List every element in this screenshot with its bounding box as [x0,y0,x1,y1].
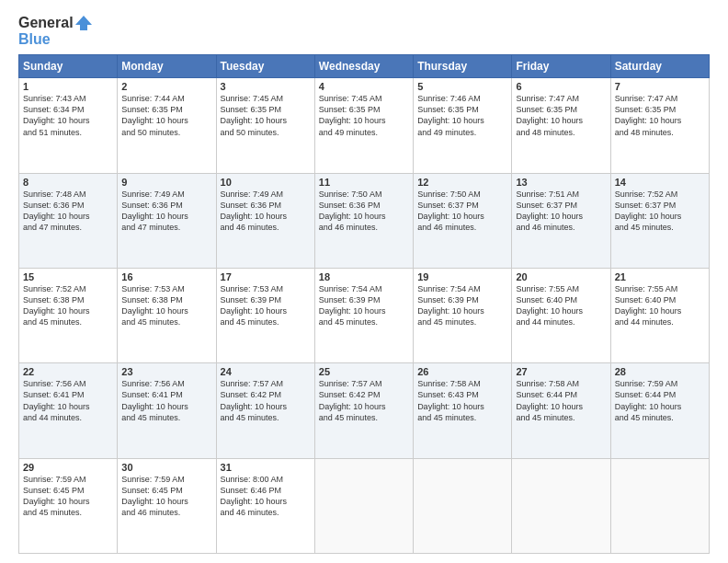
day-info: Sunrise: 7:50 AM Sunset: 6:36 PM Dayligh… [319,189,409,234]
calendar-cell: 31Sunrise: 8:00 AM Sunset: 6:46 PM Dayli… [216,458,314,553]
calendar-cell: 3Sunrise: 7:45 AM Sunset: 6:35 PM Daylig… [216,78,314,173]
calendar-cell: 2Sunrise: 7:44 AM Sunset: 6:35 PM Daylig… [118,78,216,173]
calendar-cell: 1Sunrise: 7:43 AM Sunset: 6:34 PM Daylig… [19,78,118,173]
day-number: 14 [615,177,705,188]
day-info: Sunrise: 8:00 AM Sunset: 6:46 PM Dayligh… [221,474,311,519]
calendar-cell: 15Sunrise: 7:52 AM Sunset: 6:38 PM Dayli… [19,268,118,362]
day-number: 25 [319,366,409,377]
day-info: Sunrise: 7:45 AM Sunset: 6:35 PM Dayligh… [319,93,409,138]
calendar-cell: 24Sunrise: 7:57 AM Sunset: 6:42 PM Dayli… [216,363,314,458]
day-number: 15 [23,271,113,282]
day-info: Sunrise: 7:54 AM Sunset: 6:39 PM Dayligh… [417,283,507,328]
day-number: 26 [417,366,507,377]
calendar-cell: 21Sunrise: 7:55 AM Sunset: 6:40 PM Dayli… [610,268,709,362]
day-number: 9 [121,177,211,188]
dow-header-thursday: Thursday [414,55,512,78]
day-info: Sunrise: 7:57 AM Sunset: 6:42 PM Dayligh… [221,378,311,423]
day-info: Sunrise: 7:55 AM Sunset: 6:40 PM Dayligh… [516,283,606,328]
day-number: 11 [319,177,409,188]
days-of-week-row: SundayMondayTuesdayWednesdayThursdayFrid… [19,55,710,78]
week-row-3: 15Sunrise: 7:52 AM Sunset: 6:38 PM Dayli… [19,268,710,362]
svg-marker-0 [75,16,92,30]
calendar-cell: 8Sunrise: 7:48 AM Sunset: 6:36 PM Daylig… [19,173,118,268]
day-number: 13 [516,177,606,188]
calendar-cell: 23Sunrise: 7:56 AM Sunset: 6:41 PM Dayli… [118,363,216,458]
day-info: Sunrise: 7:55 AM Sunset: 6:40 PM Dayligh… [615,283,705,328]
dow-header-monday: Monday [118,55,216,78]
day-number: 16 [121,271,211,282]
page: General Blue SundayMondayTuesdayWednesda… [0,0,728,563]
calendar-cell: 17Sunrise: 7:53 AM Sunset: 6:39 PM Dayli… [216,268,314,362]
day-number: 27 [516,366,606,377]
day-number: 21 [615,271,705,282]
calendar-table: SundayMondayTuesdayWednesdayThursdayFrid… [18,54,710,554]
week-row-4: 22Sunrise: 7:56 AM Sunset: 6:41 PM Dayli… [19,363,710,458]
calendar-cell: 5Sunrise: 7:46 AM Sunset: 6:35 PM Daylig… [414,78,512,173]
day-info: Sunrise: 7:47 AM Sunset: 6:35 PM Dayligh… [615,93,705,138]
day-number: 28 [615,366,705,377]
calendar-cell: 13Sunrise: 7:51 AM Sunset: 6:37 PM Dayli… [512,173,610,268]
day-number: 8 [23,177,113,188]
calendar-cell: 4Sunrise: 7:45 AM Sunset: 6:35 PM Daylig… [314,78,413,173]
day-number: 24 [221,366,311,377]
day-info: Sunrise: 7:59 AM Sunset: 6:44 PM Dayligh… [615,378,705,423]
calendar-cell: 25Sunrise: 7:57 AM Sunset: 6:42 PM Dayli… [314,363,413,458]
day-info: Sunrise: 7:51 AM Sunset: 6:37 PM Dayligh… [516,189,606,234]
day-info: Sunrise: 7:53 AM Sunset: 6:38 PM Dayligh… [121,283,211,328]
calendar-cell [512,458,610,553]
day-info: Sunrise: 7:52 AM Sunset: 6:38 PM Dayligh… [23,283,113,328]
day-number: 4 [319,81,409,92]
day-number: 30 [121,462,211,473]
day-number: 29 [23,462,113,473]
day-number: 31 [221,462,311,473]
day-number: 23 [121,366,211,377]
calendar-cell: 22Sunrise: 7:56 AM Sunset: 6:41 PM Dayli… [19,363,118,458]
dow-header-friday: Friday [512,55,610,78]
calendar-cell: 12Sunrise: 7:50 AM Sunset: 6:37 PM Dayli… [414,173,512,268]
week-row-5: 29Sunrise: 7:59 AM Sunset: 6:45 PM Dayli… [19,458,710,553]
dow-header-tuesday: Tuesday [216,55,314,78]
day-info: Sunrise: 7:44 AM Sunset: 6:35 PM Dayligh… [121,93,211,138]
day-info: Sunrise: 7:45 AM Sunset: 6:35 PM Dayligh… [221,93,311,138]
week-row-2: 8Sunrise: 7:48 AM Sunset: 6:36 PM Daylig… [19,173,710,268]
day-info: Sunrise: 7:56 AM Sunset: 6:41 PM Dayligh… [121,378,211,423]
day-info: Sunrise: 7:58 AM Sunset: 6:44 PM Dayligh… [516,378,606,423]
calendar-cell: 30Sunrise: 7:59 AM Sunset: 6:45 PM Dayli… [118,458,216,553]
calendar-cell: 27Sunrise: 7:58 AM Sunset: 6:44 PM Dayli… [512,363,610,458]
week-row-1: 1Sunrise: 7:43 AM Sunset: 6:34 PM Daylig… [19,78,710,173]
header: General Blue [18,15,710,47]
day-number: 2 [121,81,211,92]
day-info: Sunrise: 7:57 AM Sunset: 6:42 PM Dayligh… [319,378,409,423]
dow-header-saturday: Saturday [610,55,709,78]
day-info: Sunrise: 7:56 AM Sunset: 6:41 PM Dayligh… [23,378,113,423]
day-info: Sunrise: 7:54 AM Sunset: 6:39 PM Dayligh… [319,283,409,328]
calendar-cell: 10Sunrise: 7:49 AM Sunset: 6:36 PM Dayli… [216,173,314,268]
day-info: Sunrise: 7:59 AM Sunset: 6:45 PM Dayligh… [121,474,211,519]
calendar-cell: 7Sunrise: 7:47 AM Sunset: 6:35 PM Daylig… [610,78,709,173]
day-number: 5 [417,81,507,92]
calendar-cell: 9Sunrise: 7:49 AM Sunset: 6:36 PM Daylig… [118,173,216,268]
day-info: Sunrise: 7:59 AM Sunset: 6:45 PM Dayligh… [23,474,113,519]
day-number: 19 [417,271,507,282]
calendar-cell: 6Sunrise: 7:47 AM Sunset: 6:35 PM Daylig… [512,78,610,173]
calendar-cell: 18Sunrise: 7:54 AM Sunset: 6:39 PM Dayli… [314,268,413,362]
day-info: Sunrise: 7:43 AM Sunset: 6:34 PM Dayligh… [23,93,113,138]
calendar-cell: 11Sunrise: 7:50 AM Sunset: 6:36 PM Dayli… [314,173,413,268]
day-number: 1 [23,81,113,92]
calendar-cell: 29Sunrise: 7:59 AM Sunset: 6:45 PM Dayli… [19,458,118,553]
day-number: 10 [221,177,311,188]
day-number: 7 [615,81,705,92]
day-info: Sunrise: 7:49 AM Sunset: 6:36 PM Dayligh… [221,189,311,234]
dow-header-sunday: Sunday [19,55,118,78]
day-number: 3 [221,81,311,92]
calendar-cell [610,458,709,553]
calendar-cell [414,458,512,553]
day-number: 20 [516,271,606,282]
day-info: Sunrise: 7:47 AM Sunset: 6:35 PM Dayligh… [516,93,606,138]
day-info: Sunrise: 7:46 AM Sunset: 6:35 PM Dayligh… [417,93,507,138]
calendar-cell: 16Sunrise: 7:53 AM Sunset: 6:38 PM Dayli… [118,268,216,362]
calendar-cell [314,458,413,553]
calendar-cell: 28Sunrise: 7:59 AM Sunset: 6:44 PM Dayli… [610,363,709,458]
day-number: 22 [23,366,113,377]
calendar-cell: 14Sunrise: 7:52 AM Sunset: 6:37 PM Dayli… [610,173,709,268]
